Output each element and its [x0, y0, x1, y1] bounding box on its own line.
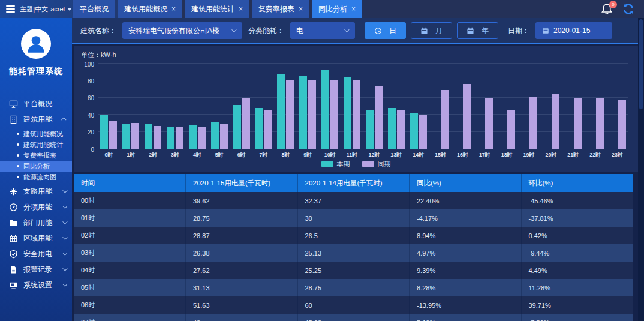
bar-同期-6时[interactable]	[242, 98, 250, 149]
bar-本期-6时[interactable]	[233, 105, 241, 149]
bar-同期-7时[interactable]	[264, 110, 272, 149]
bar-同期-19时[interactable]	[529, 97, 537, 149]
bar-同期-0时[interactable]	[109, 121, 117, 149]
x-axis-tick-label: 13时	[385, 151, 407, 159]
bar-本期-5时[interactable]	[211, 122, 219, 149]
bar-本期-1时[interactable]	[122, 124, 130, 149]
bar-同期-17时[interactable]	[485, 98, 493, 149]
bar-本期-3时[interactable]	[167, 127, 174, 149]
tab-平台概况[interactable]: 平台概况	[73, 0, 115, 18]
bar-本期-11时[interactable]	[344, 77, 351, 149]
period-button-月[interactable]: 月	[411, 22, 452, 39]
bar-本期-14时[interactable]	[410, 113, 418, 149]
bar-本期-4时[interactable]	[189, 125, 197, 149]
bar-同期-14时[interactable]	[419, 115, 427, 149]
bar-同期-1时[interactable]	[131, 123, 139, 149]
page-scrollbar[interactable]	[638, 18, 644, 321]
chevron-down-icon	[62, 235, 67, 239]
sidebar-item-建筑用能[interactable]: 建筑用能	[0, 112, 72, 127]
x-axis-tick-label: 12时	[363, 151, 386, 159]
tab-label: 复费率报表	[258, 4, 294, 14]
building-select[interactable]: 安科瑞电气股份有限公司A楼	[122, 22, 242, 39]
tab-建筑用能概况[interactable]: 建筑用能概况×	[118, 0, 182, 18]
bar-同期-20时[interactable]	[552, 94, 559, 149]
bar-同期-12时[interactable]	[375, 86, 383, 149]
bar-group-10时	[319, 64, 341, 149]
sidebar-item-部门用能[interactable]: 部门用能	[0, 215, 72, 230]
sidebar-item-报警记录[interactable]: 报警记录	[0, 262, 72, 277]
bar-本期-7时[interactable]	[255, 108, 263, 149]
legend-item-本期[interactable]: 本期	[321, 160, 350, 169]
page-scrollbar-thumb[interactable]	[639, 19, 643, 109]
tab-同比分析[interactable]: 同比分析×	[312, 0, 362, 18]
tab-close-icon[interactable]: ×	[299, 5, 303, 13]
bar-同期-13时[interactable]	[397, 110, 405, 149]
bar-同期-10时[interactable]	[330, 80, 338, 149]
table-header-cell: 环比(%)	[521, 174, 633, 192]
chevron-down-icon	[62, 281, 67, 286]
table-cell: 04时	[74, 262, 186, 279]
legend-item-同期[interactable]: 同期	[362, 160, 391, 169]
sidebar-subitem-建筑用能统计[interactable]: 建筑用能统计	[0, 139, 72, 150]
sidebar-subitem-同比分析[interactable]: 同比分析	[0, 161, 72, 172]
sidebar-item-区域用能[interactable]: 区域用能	[0, 230, 72, 246]
y-axis-tick-label: 20	[88, 129, 94, 136]
refresh-icon[interactable]	[622, 3, 634, 15]
bar-本期-2时[interactable]	[145, 124, 152, 149]
theme-language-label: 主题|中文	[20, 5, 48, 14]
sidebar-item-系统设置[interactable]: 系统设置	[0, 277, 72, 293]
table-cell: 0.42%	[521, 227, 633, 244]
x-axis-tick-label: 1时	[120, 151, 142, 159]
period-button-日[interactable]: 日	[365, 22, 406, 39]
tab-close-icon[interactable]: ×	[351, 5, 356, 13]
tab-close-icon[interactable]: ×	[171, 5, 176, 13]
bar-同期-4时[interactable]	[198, 127, 206, 149]
bar-group-19时	[518, 64, 540, 149]
bar-同期-8时[interactable]	[286, 80, 294, 149]
sidebar-item-平台概况[interactable]: 平台概况	[0, 96, 72, 112]
bar-同期-5时[interactable]	[220, 124, 228, 149]
bar-同期-16时[interactable]	[463, 84, 471, 149]
top-bar: 主题|中文 acrel 平台概况建筑用能概况×建筑用能统计×复费率报表×同比分析…	[0, 0, 644, 18]
bar-同期-21时[interactable]	[574, 98, 582, 149]
sidebar-subitem-能源流向图[interactable]: 能源流向图	[0, 172, 72, 182]
date-input[interactable]: 2020-01-15	[535, 22, 612, 39]
notification-bell-icon[interactable]: 0	[601, 3, 613, 15]
bar-本期-9时[interactable]	[299, 76, 307, 149]
bar-同期-15时[interactable]	[441, 90, 449, 149]
sidebar-subitem-复费率报表[interactable]: 复费率报表	[0, 150, 72, 161]
table-cell: 00时	[74, 192, 186, 209]
menu-toggle-icon[interactable]	[6, 5, 15, 13]
sidebar: 能耗管理系统 平台概况建筑用能建筑用能概况建筑用能统计复费率报表同比分析能源流向…	[0, 18, 72, 321]
bar-同期-2时[interactable]	[154, 126, 161, 149]
period-button-年[interactable]: 年	[457, 22, 498, 39]
bar-本期-13时[interactable]	[388, 108, 396, 149]
energy-category-select[interactable]: 电	[290, 22, 355, 39]
table-cell: 48	[186, 314, 298, 321]
tab-复费率报表[interactable]: 复费率报表×	[252, 0, 309, 18]
bar-同期-3时[interactable]	[176, 127, 183, 149]
sidebar-item-分项用能[interactable]: 分项用能	[0, 199, 72, 215]
bar-同期-11时[interactable]	[353, 80, 360, 149]
system-title: 能耗管理系统	[0, 66, 72, 77]
bar-同期-22时[interactable]	[596, 98, 604, 149]
x-axis-tick-label: 10时	[319, 151, 341, 159]
bar-同期-18时[interactable]	[507, 110, 515, 149]
table-row-03时: 03时26.3825.134.97%-9.44%	[74, 244, 633, 262]
bar-同期-23时[interactable]	[618, 100, 626, 149]
table-cell: 4.49%	[521, 262, 633, 279]
bar-本期-12时[interactable]	[366, 110, 374, 149]
bar-本期-10时[interactable]	[321, 70, 329, 149]
sidebar-subitem-建筑用能概况[interactable]: 建筑用能概况	[0, 128, 72, 139]
bar-本期-8时[interactable]	[277, 74, 285, 149]
user-menu[interactable]: 主题|中文 acrel	[20, 5, 72, 14]
bar-同期-9时[interactable]	[308, 80, 316, 149]
sidebar-item-支路用能[interactable]: 支路用能	[0, 184, 72, 199]
sidebar-item-安全用电[interactable]: 安全用电	[0, 246, 72, 262]
tab-建筑用能统计[interactable]: 建筑用能统计×	[185, 0, 249, 18]
tab-close-icon[interactable]: ×	[239, 5, 243, 13]
chart-unit-label: 单位：kW·h	[81, 50, 116, 59]
chevron-down-icon	[62, 219, 67, 224]
bar-本期-0时[interactable]	[100, 115, 108, 149]
energy-category-label: 分类能耗：	[248, 26, 284, 36]
